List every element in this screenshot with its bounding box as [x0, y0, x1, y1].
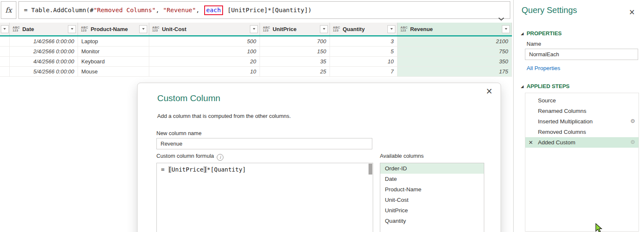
table-cell-revenue[interactable]: 350 [397, 57, 512, 66]
column-header-date[interactable]: ABC123Date [10, 23, 78, 35]
table-cell-unit-cost[interactable]: 10 [149, 67, 260, 76]
table-row: 5/4/2566 0:00:00Mouse10257175 [0, 67, 512, 77]
table-cell-date[interactable]: 4/4/2566 0:00:00 [10, 57, 78, 66]
applied-step-removed-columns[interactable]: Removed Columns [525, 127, 639, 137]
column-filter-button[interactable] [68, 25, 76, 33]
panel-divider [513, 0, 514, 232]
column-filter-button[interactable] [139, 25, 147, 33]
applied-step-renamed-columns[interactable]: Renamed Columns [525, 106, 639, 116]
table-cell-date[interactable]: 2/4/2566 0:00:00 [10, 47, 78, 56]
available-column-date[interactable]: Date [380, 174, 484, 184]
column-header-revenue[interactable]: ABC123Revenue [397, 23, 512, 35]
formula-input[interactable]: = Table.AddColumn(#"Removed Columns", "R… [18, 1, 510, 19]
column-name: Unit-Cost [162, 26, 247, 32]
new-column-name-input[interactable] [156, 138, 372, 149]
dialog-subtitle: Add a column that is computed from the o… [157, 113, 291, 119]
table-cell-unitprice[interactable]: 25 [260, 67, 330, 76]
all-properties-link[interactable]: All Properties [527, 65, 560, 71]
column-name: Quantity [343, 26, 385, 32]
name-label: Name [527, 41, 541, 47]
table-cell-unitprice[interactable]: 150 [260, 47, 330, 56]
expander-icon: ◢ [521, 31, 524, 36]
each-keyword-annotation: each [204, 5, 223, 15]
available-column-unit-cost[interactable]: Unit-Cost [380, 195, 484, 205]
row-margin-cell [0, 36, 10, 46]
table-cell-quantity[interactable]: 7 [330, 67, 397, 76]
formula-segment: = [161, 166, 168, 173]
column-header-unit-cost[interactable]: ABC123Unit-Cost [149, 23, 260, 35]
formula-scrollbar-thumb[interactable] [369, 164, 372, 175]
column-filter-button[interactable] [250, 25, 258, 33]
table-cell-revenue[interactable]: 175 [397, 67, 512, 76]
step-label: Source [538, 97, 556, 104]
formula-segment: "Revenue" [163, 7, 196, 13]
applied-steps-section-header[interactable]: ◢ APPLIED STEPS [521, 83, 570, 89]
table-cell-unitprice[interactable]: 700 [260, 36, 330, 46]
available-column-quantity[interactable]: Quantity [380, 216, 484, 226]
row-margin-cell [0, 67, 10, 76]
table-cell-unit-cost[interactable]: 20 [149, 57, 260, 66]
column-name: Product-Name [91, 26, 137, 32]
table-cell-product-name[interactable]: Laptop [78, 36, 149, 46]
column-type-icon: ABC123 [152, 26, 159, 32]
table-cell-product-name[interactable]: Keyboard [78, 57, 149, 66]
gear-icon[interactable]: ⚙ [630, 137, 635, 147]
dialog-close-icon[interactable]: × [486, 86, 492, 96]
step-label: Inserted Multiplication [538, 118, 593, 125]
applied-step-source[interactable]: Source [525, 95, 639, 106]
column-type-icon: ABC123 [333, 26, 340, 32]
available-column-order-id[interactable]: Order-ID [380, 163, 484, 174]
table-cell-revenue[interactable]: 2100 [397, 36, 512, 46]
custom-formula-editor[interactable]: = [UnitPrice]*[Quantity] [156, 163, 373, 232]
panel-close-icon[interactable]: × [629, 7, 635, 18]
row-index-column-header[interactable] [0, 23, 10, 35]
column-filter-button[interactable] [320, 25, 328, 33]
column-type-icon: ABC123 [13, 26, 20, 32]
delete-step-icon[interactable]: × [529, 137, 533, 148]
column-type-icon: ABC123 [81, 26, 88, 32]
table-cell-unit-cost[interactable]: 100 [149, 47, 260, 56]
row-margin-cell [0, 47, 10, 56]
table-cell-product-name[interactable]: Monitor [78, 47, 149, 56]
column-filter-button[interactable] [387, 25, 395, 33]
table-cell-date[interactable]: 1/4/2566 0:00:00 [10, 36, 78, 46]
custom-formula-text: = [UnitPrice]*[Quantity] [157, 163, 373, 176]
formula-segment: ] [203, 166, 207, 173]
fx-button[interactable]: fx [1, 1, 16, 19]
custom-column-dialog: × Custom Column Add a column that is com… [137, 83, 501, 232]
properties-section-header[interactable]: ◢ PROPERTIES [521, 30, 562, 36]
column-header-product-name[interactable]: ABC123Product-Name [78, 23, 149, 35]
gear-icon[interactable]: ⚙ [630, 116, 635, 126]
formula-segment: = Table.AddColumn(# [24, 7, 93, 13]
table-filter-button[interactable] [1, 25, 9, 33]
applied-step-added-custom[interactable]: ×Added Custom⚙ [525, 137, 639, 148]
table-cell-quantity[interactable]: 5 [330, 47, 397, 56]
formula-segment: "Removed Columns" [93, 7, 156, 13]
column-header-unitprice[interactable]: ABC123UnitPrice [260, 23, 330, 35]
table-cell-date[interactable]: 5/4/2566 0:00:00 [10, 67, 78, 76]
table-cell-quantity[interactable]: 10 [330, 57, 397, 66]
query-name-input[interactable] [525, 49, 638, 60]
formula-segment: [UnitPrice]*[Quantity]) [224, 7, 312, 13]
table-cell-revenue[interactable]: 750 [397, 47, 512, 56]
custom-formula-label: Custom column formulai [156, 153, 223, 161]
column-header-quantity[interactable]: ABC123Quantity [330, 23, 397, 35]
data-preview-table: ABC123DateABC123Product-NameABC123Unit-C… [0, 23, 512, 77]
column-filter-button[interactable] [502, 25, 510, 33]
table-cell-unit-cost[interactable]: 500 [149, 36, 260, 46]
table-header-row: ABC123DateABC123Product-NameABC123Unit-C… [0, 23, 512, 35]
available-column-unitprice[interactable]: UnitPrice [380, 205, 484, 216]
table-row: 2/4/2566 0:00:00Monitor1001505750 [0, 47, 512, 57]
formula-text: = Table.AddColumn(#"Removed Columns", "R… [24, 5, 312, 15]
power-query-editor-window: fx = Table.AddColumn(#"Removed Columns",… [0, 0, 644, 232]
info-icon: i [217, 154, 223, 161]
table-cell-unitprice[interactable]: 35 [260, 57, 330, 66]
table-cell-quantity[interactable]: 3 [330, 36, 397, 46]
applied-step-inserted-multiplication[interactable]: Inserted Multiplication⚙ [525, 116, 639, 127]
available-column-product-name[interactable]: Product-Name [380, 184, 484, 195]
dropdown-triangle-icon [3, 28, 6, 30]
available-columns-list: Order-IDDateProduct-NameUnit-CostUnitPri… [380, 163, 484, 232]
formula-bar: fx = Table.AddColumn(#"Removed Columns",… [1, 1, 510, 19]
dropdown-triangle-icon [505, 28, 507, 30]
table-cell-product-name[interactable]: Mouse [78, 67, 149, 76]
